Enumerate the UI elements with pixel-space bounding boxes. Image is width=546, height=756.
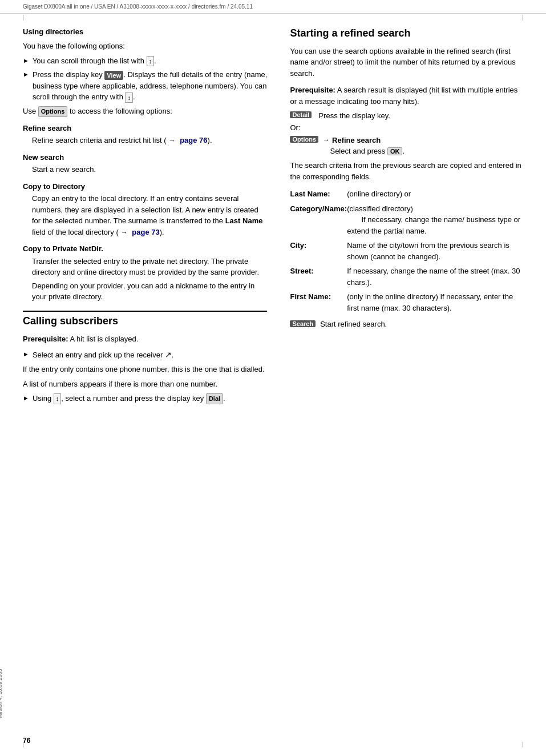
- calling-prereq: Prerequisite: A hit list is displayed.: [23, 333, 267, 345]
- menu-new-search-desc: Start a new search.: [23, 164, 267, 175]
- field-label-firstname: First Name:: [290, 289, 347, 315]
- page-header: Gigaset DX800A all in one / USA EN / A31…: [0, 0, 546, 14]
- left-section-title: Using directories: [23, 27, 267, 36]
- para-after: The search criteria from the previous se…: [290, 160, 523, 182]
- bullet-text-1: You can scroll through the list with ↕.: [33, 55, 268, 67]
- bullet-item-1: ► You can scroll through the list with ↕…: [23, 55, 267, 67]
- left-intro: You have the following options:: [23, 41, 267, 52]
- left-column: Using directories You have the following…: [23, 27, 284, 407]
- field-value-category: (classified directory) If necessary, cha…: [347, 202, 523, 239]
- calling-bullet-arrow-1: ►: [23, 349, 29, 359]
- receiver-icon: ↗: [165, 350, 172, 359]
- scroll-icon-1: ↕: [147, 56, 155, 67]
- top-mark-left: [23, 15, 23, 21]
- ok-badge: OK: [387, 147, 403, 155]
- options-line: Use Options to access the following opti…: [23, 106, 267, 117]
- right-prereq: Prerequisite: A search result is display…: [290, 85, 523, 107]
- bottom-mark-left: [23, 742, 23, 747]
- right-section-title: Starting a refined search: [290, 27, 523, 40]
- copy-dir-page-link: page 73: [132, 228, 159, 236]
- field-row-firstname: First Name: (only in the online director…: [290, 289, 523, 315]
- refine-desc-row: Select and press OK.: [290, 147, 523, 156]
- calling-bullet-1: ► Select an entry and pick up the receiv…: [23, 349, 267, 361]
- calling-bullet-2: ► Using ↕, select a number and press the…: [23, 393, 267, 404]
- menu-new-search-title: New search: [23, 152, 267, 163]
- field-row-city: City: Name of the city/town from the pre…: [290, 238, 523, 264]
- fields-table: Last Name: (online directory) or Categor…: [290, 187, 523, 315]
- menu-copy-dir-title: Copy to Directory: [23, 181, 267, 192]
- refine-desc: Select and press: [330, 147, 387, 155]
- field-label-city: City:: [290, 238, 347, 264]
- field-row-lastname: Last Name: (online directory) or: [290, 187, 523, 202]
- or-line: Or:: [290, 122, 523, 134]
- dial-badge: Dial: [206, 393, 223, 404]
- menu-copy-netdir-desc: Transfer the selected entry to the priva…: [23, 256, 267, 278]
- menu-refine-search-title: Refine search: [23, 123, 267, 134]
- menu-refine-search-desc: Refine search criteria and restrict hit …: [23, 135, 267, 146]
- field-value-city: Name of the city/town from the previous …: [347, 238, 523, 264]
- scroll-icon-3: ↕: [54, 393, 62, 404]
- bullet-arrow-1: ►: [23, 56, 29, 66]
- top-mark-right: [523, 15, 523, 21]
- field-label-lastname: Last Name:: [290, 187, 347, 202]
- breadcrumb: Gigaset DX800A all in one / USA EN / A31…: [23, 3, 253, 10]
- calling-section: Calling subscribers Prerequisite: A hit …: [23, 311, 267, 404]
- field-value-street: If necessary, change the name of the str…: [347, 264, 523, 289]
- top-marks: [0, 14, 546, 22]
- detail-row: Detail Press the display key.: [290, 111, 523, 120]
- bullet-arrow-2: ►: [23, 70, 29, 79]
- version-mark: Version 4, 16.09.2005: [0, 669, 3, 719]
- options-badge-1: Options: [38, 106, 68, 117]
- right-arrow-sym: →: [323, 136, 330, 144]
- refine-label: Refine search: [332, 136, 381, 144]
- bullet-text-2: Press the display key View. Displays the…: [33, 69, 268, 103]
- calling-divider: [23, 311, 267, 312]
- menu-copy-netdir-desc2: Depending on your provider, you can add …: [23, 280, 267, 303]
- ok-after: .: [402, 147, 405, 155]
- right-prereq-label: Prerequisite:: [290, 86, 335, 94]
- calling-bullet-arrow-2: ►: [23, 393, 29, 403]
- arrow-sym-1: →: [169, 136, 176, 144]
- refine-page-link: page 76: [180, 136, 207, 144]
- bottom-marks: [23, 742, 523, 747]
- calling-para2: A list of numbers appears if there is mo…: [23, 379, 267, 390]
- field-label-street: Street:: [290, 264, 347, 289]
- search-badge: Search: [290, 320, 316, 327]
- calling-bullet-text-1: Select an entry and pick up the receiver…: [33, 349, 268, 361]
- calling-para1: If the entry only contains one phone num…: [23, 364, 267, 375]
- field-value-firstname: (only in the online directory) If necess…: [347, 289, 523, 315]
- field-row-category: Category/Name: (classified directory) If…: [290, 202, 523, 239]
- content-wrapper: Using directories You have the following…: [0, 22, 546, 407]
- scroll-icon-2: ↕: [125, 93, 133, 103]
- field-row-street: Street: If necessary, change the name of…: [290, 264, 523, 289]
- field-label-category: Category/Name:: [290, 202, 347, 239]
- detail-badge: Detail: [290, 111, 312, 118]
- options-badge-right: Options: [290, 136, 318, 143]
- view-badge: View: [104, 71, 123, 81]
- right-column: Starting a refined search You can use th…: [284, 27, 523, 407]
- field-value-lastname: (online directory) or: [347, 187, 523, 202]
- bottom-mark-right: [523, 742, 523, 747]
- calling-bullet-text-2: Using ↕, select a number and press the d…: [33, 393, 268, 404]
- search-row: Search Start refined search.: [290, 320, 523, 328]
- bullet-item-2: ► Press the display key View. Displays t…: [23, 69, 267, 103]
- right-intro: You can use the search options available…: [290, 46, 523, 79]
- arrow-sym-2: →: [121, 228, 128, 236]
- last-name-bold: Last Name: [225, 216, 263, 225]
- options-refine-row: Options → Refine search: [290, 136, 523, 144]
- search-text: Start refined search.: [320, 320, 387, 328]
- calling-section-title: Calling subscribers: [23, 315, 267, 328]
- detail-text: Press the display key.: [318, 111, 390, 120]
- menu-copy-dir-desc: Copy an entry to the local directory. If…: [23, 193, 267, 238]
- menu-copy-netdir-title: Copy to Private NetDir.: [23, 243, 267, 255]
- calling-prereq-label: Prerequisite:: [23, 335, 68, 343]
